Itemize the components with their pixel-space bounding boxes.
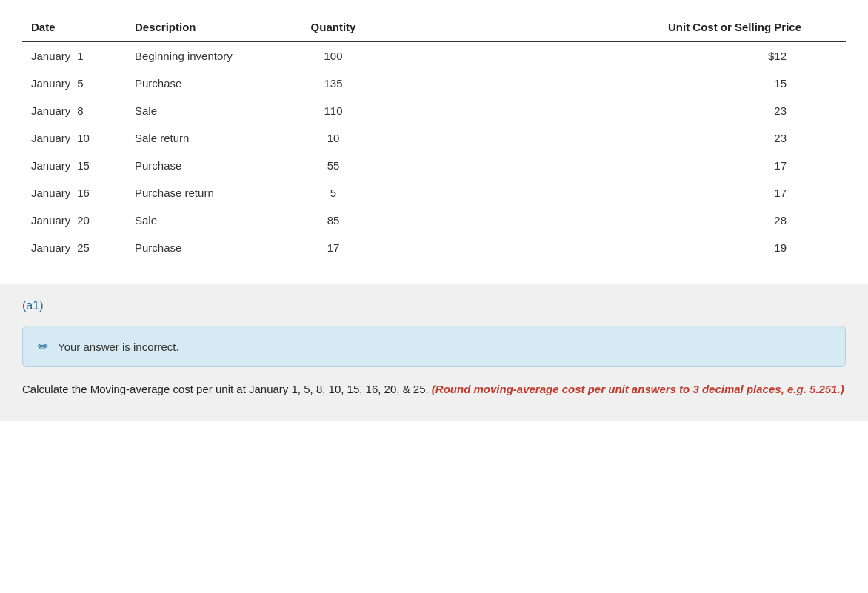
header-description: Description [126,15,289,41]
header-price: Unit Cost or Selling Price [378,15,846,41]
cell-description: Purchase [126,70,289,97]
date-day: 10 [77,132,93,144]
cell-price: 17 [378,152,846,179]
date-day: 5 [77,77,93,90]
cell-date: January 10 [22,124,126,152]
cell-quantity: 17 [289,234,378,261]
table-row: January 5 Purchase 135 15 [22,70,846,97]
instruction-text: Calculate the Moving-average cost per un… [22,381,846,406]
cell-price: $12 [378,41,846,70]
date-day: 15 [77,159,93,172]
table-row: January 8 Sale 110 23 [22,97,846,124]
date-day: 1 [77,50,93,62]
table-row: January 10 Sale return 10 23 [22,124,846,152]
cell-date: January 5 [22,70,126,97]
header-date: Date [22,15,126,41]
cell-date: January 1 [22,41,126,70]
inventory-table: Date Description Quantity Unit Cost or S… [22,15,846,261]
table-row: January 25 Purchase 17 19 [22,234,846,261]
table-row: January 1 Beginning inventory 100 $12 [22,41,846,70]
date-month: January [31,132,74,144]
cell-date: January 16 [22,179,126,207]
table-row: January 15 Purchase 55 17 [22,152,846,179]
cell-description: Sale [126,97,289,124]
cell-description: Sale return [126,124,289,152]
data-table-section: Date Description Quantity Unit Cost or S… [0,0,868,284]
date-day: 16 [77,187,93,199]
bottom-section: (a1) ✏ Your answer is incorrect. Calcula… [0,284,868,421]
answer-feedback-text: Your answer is incorrect. [58,341,179,353]
date-month: January [31,104,74,117]
cell-price: 23 [378,97,846,124]
cell-quantity: 5 [289,179,378,207]
cell-price: 17 [378,179,846,207]
answer-feedback-box: ✏ Your answer is incorrect. [22,326,846,367]
date-month: January [31,187,74,199]
cell-date: January 25 [22,234,126,261]
cell-price: 19 [378,234,846,261]
table-row: January 16 Purchase return 5 17 [22,179,846,207]
cell-description: Purchase [126,234,289,261]
cell-quantity: 85 [289,207,378,234]
cell-quantity: 10 [289,124,378,152]
instruction-highlight: (Round moving-average cost per unit answ… [432,383,844,395]
date-month: January [31,159,74,172]
cell-date: January 15 [22,152,126,179]
instruction-normal: Calculate the Moving-average cost per un… [22,383,429,395]
cell-quantity: 100 [289,41,378,70]
date-day: 20 [77,214,93,227]
date-day: 8 [77,104,93,117]
cell-description: Beginning inventory [126,41,289,70]
cell-description: Sale [126,207,289,234]
cell-date: January 8 [22,97,126,124]
section-label: (a1) [22,299,846,312]
cell-price: 15 [378,70,846,97]
date-day: 25 [77,241,93,254]
header-quantity: Quantity [289,15,378,41]
table-row: January 20 Sale 85 28 [22,207,846,234]
date-month: January [31,50,74,62]
cell-description: Purchase [126,152,289,179]
cell-quantity: 55 [289,152,378,179]
cell-description: Purchase return [126,179,289,207]
cell-quantity: 135 [289,70,378,97]
date-month: January [31,214,74,227]
pencil-icon: ✏ [38,338,49,355]
cell-price: 23 [378,124,846,152]
date-month: January [31,77,74,90]
cell-price: 28 [378,207,846,234]
date-month: January [31,241,74,254]
cell-date: January 20 [22,207,126,234]
cell-quantity: 110 [289,97,378,124]
